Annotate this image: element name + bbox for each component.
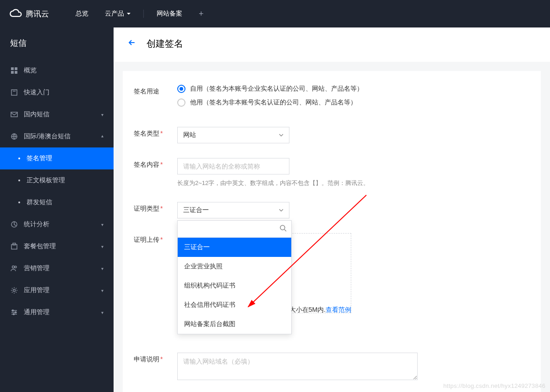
select-value: 三证合一: [183, 206, 209, 214]
book-icon: [10, 89, 18, 96]
svg-rect-1: [15, 67, 17, 70]
sidebar-item-label: 概览: [24, 66, 103, 75]
nav-beian[interactable]: 网站备案: [148, 10, 191, 18]
sidebar-item-label: 营销管理: [24, 264, 101, 272]
topbar: 腾讯云 总览 云产品 网站备案 +: [0, 0, 550, 27]
select-sign-type[interactable]: 网站: [177, 127, 289, 143]
radio-icon: [177, 85, 185, 93]
sidebar-item-domestic[interactable]: 国内短信 ▾: [0, 103, 114, 125]
sidebar-item-label: 应用管理: [24, 286, 101, 294]
svg-rect-3: [15, 71, 17, 74]
chart-icon: [10, 221, 18, 228]
brand-text: 腾讯云: [26, 9, 49, 19]
sidebar-item-intl[interactable]: 国际/港澳台短信 ▾: [0, 125, 114, 147]
select-cert-type[interactable]: 三证合一: [177, 202, 289, 218]
bullet-icon: [18, 201, 20, 203]
dropdown-search: [178, 221, 291, 238]
sidebar-item-label: 通用管理: [24, 308, 101, 316]
main-content: 创建签名 签名用途 自用（签名为本账号企业实名认证的公司、网站、产品名等） 他用…: [114, 27, 550, 392]
svg-point-20: [280, 225, 285, 230]
sidebar-item-marketing[interactable]: 营销管理 ▾: [0, 257, 114, 279]
mail-icon: [10, 111, 18, 118]
caret-down-icon: [279, 133, 283, 137]
sidebar-item-general[interactable]: 通用管理 ▾: [0, 301, 114, 323]
sidebar-sub-template[interactable]: 正文模板管理: [0, 169, 114, 191]
svg-rect-4: [11, 90, 17, 95]
svg-point-17: [12, 310, 14, 311]
row-sign-content: 签名内容 长度为2~12字，由中英文、数字组成，内容不包含【】。范例：腾讯云。: [134, 158, 530, 187]
back-button[interactable]: [127, 38, 136, 49]
sidebar-item-label: 套餐包管理: [24, 242, 101, 250]
sign-content-input[interactable]: [177, 158, 289, 174]
sidebar-item-label: 群发短信: [27, 198, 52, 207]
package-icon: [10, 243, 18, 250]
svg-point-18: [15, 312, 16, 313]
upload-example-link[interactable]: 查看范例: [326, 306, 351, 313]
sidebar-sub-sign[interactable]: 签名管理: [0, 147, 114, 169]
sidebar-item-stats[interactable]: 统计分析 ▾: [0, 213, 114, 235]
svg-point-12: [15, 266, 16, 268]
radio-label: 自用（签名为本账号企业实名认证的公司、网站、产品名等）: [190, 85, 363, 93]
sidebar-item-package[interactable]: 套餐包管理 ▾: [0, 235, 114, 257]
sidebar-item-quickstart[interactable]: 快速入门: [0, 82, 114, 103]
sign-content-help: 长度为2~12字，由中英文、数字组成，内容不包含【】。范例：腾讯云。: [177, 179, 530, 187]
row-cert-type: 证明类型 三证合一 三证合一 企业营业执: [134, 202, 530, 218]
sidebar: 短信 概览 快速入门 国内短信 ▾ 国际/港澳台短信 ▾ 签名管理 正文模板管理: [0, 27, 114, 392]
chevron-down-icon: ▾: [101, 310, 103, 315]
globe-icon: [10, 133, 18, 140]
row-desc: 申请说明: [134, 353, 530, 382]
dropdown-option[interactable]: 网站备案后台截图: [178, 315, 291, 334]
dropdown-option[interactable]: 企业营业执照: [178, 257, 291, 276]
sidebar-item-overview[interactable]: 概览: [0, 60, 114, 82]
bullet-icon: [18, 158, 20, 159]
row-sign-type: 签名类型 网站: [134, 127, 530, 143]
page-header: 创建签名: [114, 27, 550, 62]
brand-logo[interactable]: 腾讯云: [9, 7, 49, 20]
svg-line-21: [284, 229, 286, 231]
nav-overview[interactable]: 总览: [67, 10, 97, 18]
label-cert-type: 证明类型: [134, 202, 177, 213]
desc-textarea[interactable]: [177, 353, 418, 380]
svg-rect-6: [11, 112, 17, 117]
svg-rect-0: [11, 67, 14, 70]
topbar-add-icon[interactable]: +: [191, 9, 212, 19]
radio-self[interactable]: 自用（签名为本账号企业实名认证的公司、网站、产品名等）: [177, 85, 530, 93]
label-desc: 申请说明: [134, 353, 177, 364]
topbar-divider: [143, 10, 144, 18]
sidebar-item-label: 快速入门: [24, 88, 103, 97]
label-sign-type: 签名类型: [134, 127, 177, 138]
svg-rect-10: [13, 243, 16, 245]
dropdown-option[interactable]: 社会信用代码证书: [178, 295, 291, 315]
chevron-down-icon: ▾: [101, 266, 103, 271]
label-purpose: 签名用途: [134, 85, 177, 96]
sidebar-sub-bulk[interactable]: 群发短信: [0, 191, 114, 213]
users-icon: [10, 265, 18, 272]
dropdown-search-input[interactable]: [182, 225, 279, 233]
svg-rect-2: [11, 71, 14, 74]
arrow-left-icon: [127, 38, 136, 47]
dropdown-option[interactable]: 组织机构代码证书: [178, 276, 291, 295]
watermark: https://blog.csdn.net/hyx1249273846: [443, 382, 545, 389]
radio-other[interactable]: 他用（签名为非本账号实名认证的公司、网站、产品名等）: [177, 98, 530, 107]
chevron-down-icon: ▾: [101, 222, 103, 227]
sidebar-item-app[interactable]: 应用管理 ▾: [0, 279, 114, 301]
sidebar-item-label: 统计分析: [24, 220, 101, 229]
upload-size-note: 大小在5M内.: [289, 306, 326, 313]
chevron-up-icon: ▾: [101, 134, 103, 139]
nav-products[interactable]: 云产品: [97, 10, 139, 18]
label-upload: 证明上传: [134, 233, 177, 244]
svg-point-11: [12, 266, 15, 268]
page-title: 创建签名: [147, 38, 183, 50]
sidebar-title: 短信: [0, 27, 114, 60]
svg-point-19: [13, 314, 15, 315]
dropdown-option[interactable]: 三证合一: [178, 238, 291, 257]
radio-icon: [177, 98, 185, 107]
row-purpose: 签名用途 自用（签名为本账号企业实名认证的公司、网站、产品名等） 他用（签名为非…: [134, 85, 530, 112]
grid-icon: [10, 67, 18, 74]
label-sign-content: 签名内容: [134, 158, 177, 169]
bullet-icon: [18, 180, 20, 181]
form-panel: 签名用途 自用（签名为本账号企业实名认证的公司、网站、产品名等） 他用（签名为非…: [123, 71, 541, 392]
cloud-icon: [9, 7, 22, 20]
sidebar-item-label: 正文模板管理: [27, 176, 65, 185]
chevron-down-icon: ▾: [101, 244, 103, 249]
